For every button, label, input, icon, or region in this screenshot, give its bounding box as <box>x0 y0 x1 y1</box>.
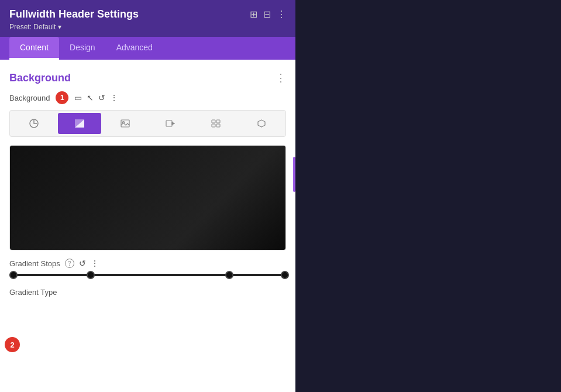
more-icon[interactable]: ⋮ <box>277 9 286 20</box>
gradient-more-icon[interactable]: ⋮ <box>91 259 99 268</box>
type-gradient[interactable] <box>58 113 101 134</box>
badge-2: 2 <box>5 337 20 352</box>
expand-icon[interactable]: ⊞ <box>250 9 257 20</box>
svg-rect-5 <box>166 121 172 126</box>
panel-title-icons: ⊞ ⊟ ⋮ <box>250 9 286 20</box>
type-mask[interactable] <box>240 113 283 134</box>
slider-dot-3[interactable] <box>281 271 289 279</box>
slider-dot-0[interactable] <box>9 271 18 279</box>
slider-dot-1[interactable] <box>87 271 95 279</box>
background-icons: ▭ ↖ ↺ ⋮ <box>74 93 118 102</box>
split-icon[interactable]: ⊟ <box>263 9 271 20</box>
more-options-icon[interactable]: ⋮ <box>110 93 118 102</box>
gradient-stops-label: Gradient Stops <box>9 259 60 268</box>
panel-title: Fullwidth Header Settings <box>9 8 139 20</box>
svg-marker-6 <box>172 122 174 125</box>
panel-title-row: Fullwidth Header Settings ⊞ ⊟ ⋮ <box>9 8 286 20</box>
section-header: Background ⋮ <box>9 71 286 84</box>
svg-rect-8 <box>216 120 220 123</box>
gradient-undo-icon[interactable]: ↺ <box>79 259 86 268</box>
settings-panel: Fullwidth Header Settings ⊞ ⊟ ⋮ Preset: … <box>0 0 295 392</box>
svg-rect-7 <box>212 120 215 123</box>
slider-dot-2[interactable] <box>225 271 233 279</box>
scrollbar-indicator[interactable] <box>293 157 295 192</box>
tabs-row: Content Design Advanced <box>0 37 295 60</box>
badge-1: 1 <box>56 91 68 104</box>
cursor-icon[interactable]: ↖ <box>87 93 94 102</box>
gradient-type-label: Gradient Type <box>9 288 286 297</box>
svg-rect-9 <box>212 124 215 127</box>
svg-rect-10 <box>216 124 220 127</box>
tab-advanced[interactable]: Advanced <box>106 37 163 60</box>
panel-preset[interactable]: Preset: Default ▾ <box>9 23 286 31</box>
slider-track <box>9 274 286 276</box>
type-image[interactable] <box>104 113 147 134</box>
panel-body: Background ⋮ Background 1 ▭ ↖ ↺ ⋮ <box>0 60 295 392</box>
section-title: Background <box>9 72 71 84</box>
section-menu-icon[interactable]: ⋮ <box>276 71 286 84</box>
undo-icon[interactable]: ↺ <box>98 93 105 102</box>
background-row: Background 1 ▭ ↖ ↺ ⋮ <box>9 91 286 104</box>
svg-rect-3 <box>121 120 129 127</box>
tab-design[interactable]: Design <box>59 37 106 60</box>
background-label: Background <box>9 94 50 102</box>
tab-content[interactable]: Content <box>9 37 59 60</box>
help-icon[interactable]: ? <box>65 259 74 268</box>
gradient-preview[interactable] <box>9 145 286 250</box>
background-type-row <box>9 110 286 137</box>
type-color[interactable] <box>12 113 56 134</box>
tablet-icon[interactable]: ▭ <box>74 93 82 102</box>
type-pattern[interactable] <box>194 113 238 134</box>
gradient-slider[interactable] <box>9 274 286 276</box>
panel-header: Fullwidth Header Settings ⊞ ⊟ ⋮ Preset: … <box>0 0 295 60</box>
gradient-stops-header: Gradient Stops ? ↺ ⋮ <box>9 259 286 268</box>
type-video[interactable] <box>149 113 192 134</box>
